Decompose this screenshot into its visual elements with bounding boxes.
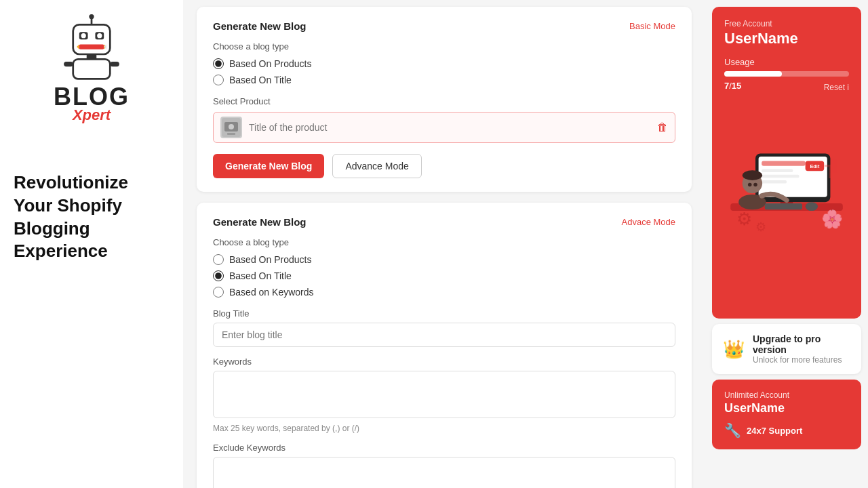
unlimited-label: Unlimited Account — [724, 390, 849, 400]
usage-current: 7 — [724, 81, 729, 91]
radio-products-input[interactable] — [213, 58, 224, 69]
usage-row: 7/15 Reset i — [724, 81, 849, 94]
blog-title-group: Blog Title — [213, 308, 675, 347]
keywords-textarea[interactable] — [213, 371, 675, 418]
radio2-products-input[interactable] — [213, 254, 224, 265]
unlimited-account-card: Unlimited Account UserName 🔧 24x7 Suppor… — [712, 380, 861, 449]
card1-title: Generate New Blog — [213, 20, 307, 32]
exclude-keywords-group: Exclude Keywords — [213, 443, 675, 488]
card-basic-mode: Generate New Blog Basic Mode Choose a bl… — [197, 7, 692, 192]
radio2-based-on-keywords[interactable]: Based on Keywords — [213, 287, 675, 298]
main-content: Generate New Blog Basic Mode Choose a bl… — [183, 0, 705, 488]
robot-logo-icon — [58, 14, 125, 81]
illustration-area: Edit T ⚙ ⚙ — [724, 104, 849, 240]
svg-rect-24 — [762, 169, 793, 172]
svg-rect-23 — [762, 161, 805, 165]
blog-title-input[interactable] — [213, 323, 675, 347]
product-image-icon — [222, 118, 241, 137]
svg-point-5 — [81, 33, 86, 38]
usage-count: 7/15 — [724, 81, 741, 91]
radio2-products-label: Based On Products — [229, 254, 311, 265]
logo-text: BLOG Xpert — [54, 85, 130, 124]
free-account-label: Free Account — [724, 19, 849, 28]
svg-point-36 — [806, 202, 818, 211]
keywords-label: Keywords — [213, 357, 675, 367]
svg-point-17 — [229, 124, 234, 129]
svg-rect-18 — [227, 133, 235, 135]
upgrade-subtitle: Unlock for more features — [753, 355, 850, 365]
svg-point-33 — [748, 183, 752, 187]
svg-rect-25 — [762, 175, 799, 178]
svg-rect-26 — [762, 180, 787, 184]
card2-radio-group: Based On Products Based On Title Based o… — [213, 254, 675, 298]
svg-point-6 — [97, 33, 102, 38]
exclude-keywords-textarea[interactable] — [213, 457, 675, 488]
support-row: 🔧 24x7 Support — [724, 422, 849, 439]
card2-header: Generate New Blog Advace Mode — [213, 216, 675, 228]
radio-title-input[interactable] — [213, 75, 224, 85]
svg-rect-13 — [64, 62, 73, 66]
product-title-input[interactable] — [249, 122, 650, 133]
keywords-hint: Max 25 key words, separated by (,) or (/… — [213, 424, 675, 433]
logo-xpert-text: Xpert — [73, 106, 111, 124]
svg-point-34 — [753, 183, 757, 187]
unlimited-username: UserName — [724, 401, 849, 415]
radio2-keywords-label: Based on Keywords — [229, 287, 314, 298]
support-icon: 🔧 — [724, 422, 741, 439]
exclude-keywords-label: Exclude Keywords — [213, 443, 675, 453]
svg-rect-35 — [765, 203, 802, 209]
support-text: 24x7 Support — [747, 426, 802, 436]
card1-btn-group: Generate New Blog Advance Mode — [213, 154, 675, 178]
radio-title-label: Based On Title — [229, 75, 292, 85]
svg-text:Edit: Edit — [810, 163, 819, 169]
dashboard-illustration-icon: Edit T ⚙ ⚙ — [724, 104, 849, 240]
card1-radio-group: Based On Products Based On Title — [213, 58, 675, 85]
product-delete-icon[interactable]: 🗑 — [657, 121, 668, 134]
svg-point-1 — [89, 14, 94, 19]
keywords-group: Keywords Max 25 key words, separated by … — [213, 357, 675, 433]
username-display: UserName — [724, 30, 849, 47]
usage-total: 15 — [732, 81, 741, 91]
radio2-keywords-input[interactable] — [213, 287, 224, 298]
advance-mode-button[interactable]: Advance Mode — [332, 154, 421, 178]
svg-rect-7 — [79, 44, 104, 49]
card1-blog-type-label: Choose a blog type — [213, 41, 675, 52]
blog-title-label: Blog Title — [213, 308, 675, 319]
svg-text:⚙: ⚙ — [736, 209, 752, 228]
svg-rect-14 — [110, 62, 119, 66]
logo-blog-text: BLOG — [54, 85, 130, 109]
svg-point-32 — [743, 170, 762, 180]
radio-based-on-products[interactable]: Based On Products — [213, 58, 675, 69]
generate-blog-button[interactable]: Generate New Blog — [213, 154, 324, 178]
left-sidebar: BLOG Xpert Revolutionize Your Shopify Bl… — [0, 0, 183, 488]
svg-rect-12 — [73, 59, 111, 79]
svg-text:🌸: 🌸 — [821, 209, 844, 230]
radio2-title-input[interactable] — [213, 270, 224, 281]
svg-rect-2 — [73, 24, 111, 54]
advance-mode-link[interactable]: Advace Mode — [622, 217, 676, 227]
usage-label: Useage — [724, 57, 849, 67]
radio-based-on-title[interactable]: Based On Title — [213, 75, 675, 85]
radio2-based-on-products[interactable]: Based On Products — [213, 254, 675, 265]
basic-mode-link[interactable]: Basic Mode — [629, 21, 675, 31]
card-advance-mode: Generate New Blog Advace Mode Choose a b… — [197, 203, 692, 488]
product-input-row: 🗑 — [213, 112, 675, 143]
user-info-card: Free Account UserName Useage 7/15 Reset … — [712, 7, 861, 319]
svg-text:T: T — [824, 160, 836, 182]
reset-link[interactable]: Reset i — [824, 83, 849, 92]
upgrade-title: Upgrade to pro version — [753, 333, 850, 355]
crown-icon: 👑 — [723, 339, 745, 360]
radio-products-label: Based On Products — [229, 58, 311, 69]
usage-bar-background — [724, 71, 849, 77]
radio2-title-label: Based On Title — [229, 270, 292, 281]
select-product-label: Select Product — [213, 96, 675, 106]
card1-header: Generate New Blog Basic Mode — [213, 20, 675, 32]
logo-area: BLOG Xpert — [54, 14, 130, 124]
product-thumbnail — [220, 117, 242, 138]
card2-blog-type-label: Choose a blog type — [213, 237, 675, 247]
right-sidebar: Free Account UserName Useage 7/15 Reset … — [705, 0, 868, 488]
radio2-based-on-title[interactable]: Based On Title — [213, 270, 675, 281]
usage-bar-fill — [724, 71, 782, 77]
upgrade-card: 👑 Upgrade to pro version Unlock for more… — [712, 324, 861, 374]
tagline-text: Revolutionize Your Shopify Blogging Expe… — [14, 171, 170, 263]
